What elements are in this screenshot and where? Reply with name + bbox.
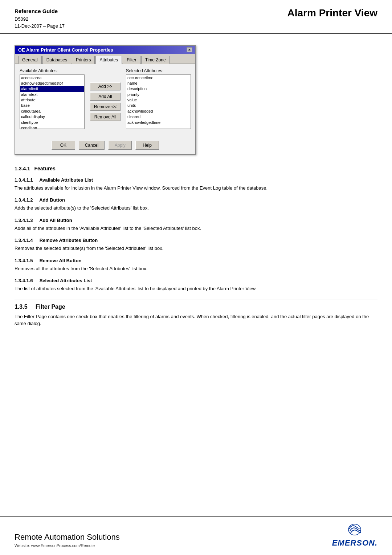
section-13414-heading: 1.3.4.1.4 Remove Attributes Button	[15, 238, 377, 243]
header-left: Reference Guide D5092 11-Dec-2007 – Page…	[15, 7, 65, 30]
section-13412-text: Adds the selected attribute(s) to the 'S…	[15, 204, 377, 212]
list-item[interactable]: occurencetime	[127, 75, 190, 81]
selected-label: Selected Attributes:	[126, 68, 191, 73]
list-item[interactable]: cleared	[127, 114, 190, 119]
company-name: Remote Automation Solutions	[15, 532, 120, 542]
list-item[interactable]: calloutarea	[20, 109, 84, 114]
remove-all-button[interactable]: Remove All	[90, 113, 121, 121]
help-button[interactable]: Help	[135, 141, 159, 150]
section-13412-heading: 1.3.4.1.2 Add Button	[15, 197, 377, 203]
tab-general[interactable]: General	[18, 56, 42, 64]
doc-number: D5092	[15, 16, 65, 23]
remove-button[interactable]: Remove <<	[90, 103, 121, 111]
tab-filter[interactable]: Filter	[123, 56, 140, 64]
add-all-button[interactable]: Add All	[90, 93, 121, 101]
section-13414-text: Removes the selected attribute(s) from t…	[15, 245, 377, 252]
tab-attributes[interactable]: Attributes	[95, 56, 122, 64]
footer-left: Remote Automation Solutions Website: www…	[15, 532, 120, 548]
available-label: Available Attributes:	[20, 68, 85, 73]
section-13413-heading: 1.3.4.1.3 Add All Button	[15, 218, 377, 223]
selected-attributes-column: Selected Attributes: occurencetime name …	[126, 68, 191, 129]
tab-timezone[interactable]: Time Zone	[141, 56, 170, 64]
list-item[interactable]: accessarea	[20, 75, 84, 81]
emerson-logo: EMERSON.	[332, 522, 377, 548]
list-item[interactable]: acknowledged	[127, 109, 190, 114]
emerson-brand: EMERSON.	[332, 538, 377, 548]
section-13415-text: Removes all the attributes from the 'Sel…	[15, 265, 377, 272]
section-135-heading: 1.3.5 Filter Page	[15, 300, 377, 310]
list-item[interactable]: units	[127, 103, 190, 108]
available-listbox[interactable]: accessarea acknowledgedtimedstof alarmli…	[20, 74, 85, 129]
section-13413-text: Adds all of the attributes in the 'Avail…	[15, 225, 377, 232]
attributes-layout: Available Attributes: accessarea acknowl…	[20, 68, 191, 129]
tab-printers[interactable]: Printers	[72, 56, 95, 64]
emerson-wave-icon	[346, 522, 364, 537]
apply-button[interactable]: Apply	[108, 141, 132, 150]
add-button[interactable]: Add >>	[90, 82, 121, 90]
list-item[interactable]: condition	[20, 125, 84, 129]
tab-databases[interactable]: Databases	[42, 56, 71, 64]
section-13416-text: The list of attributes selected from the…	[15, 285, 377, 292]
page-footer: Remote Automation Solutions Website: www…	[0, 516, 392, 555]
cancel-button[interactable]: Cancel	[79, 141, 105, 150]
section-13411-text: The attributes available for inclusion i…	[15, 185, 377, 192]
website-label: Website:	[15, 543, 30, 548]
section-13411-heading: 1.3.4.1.1 Available Attributes List	[15, 177, 377, 183]
section-13416-heading: 1.3.4.1.6 Selected Attributes List	[15, 278, 377, 283]
dialog-titlebar: OE Alarm Printer Client Control Properti…	[15, 46, 195, 54]
available-attributes-column: Available Attributes: accessarea acknowl…	[20, 68, 85, 129]
section-135: 1.3.5 Filter Page The Filter Page contai…	[15, 300, 377, 327]
dialog-footer: OK Cancel Apply Help	[15, 137, 195, 154]
list-item[interactable]: base	[20, 103, 84, 108]
list-item[interactable]: value	[127, 97, 190, 103]
section-135-text: The Filter Page contains one check box t…	[15, 313, 377, 327]
dialog-title: OE Alarm Printer Client Control Properti…	[18, 47, 113, 53]
ok-button[interactable]: OK	[52, 141, 75, 150]
list-item[interactable]: priority	[127, 92, 190, 97]
website-info: Website: www.EmersonProcess.com/Remote	[15, 543, 120, 548]
dialog-tabs: General Databases Printers Attributes Fi…	[15, 54, 195, 64]
main-content: OE Alarm Printer Client Control Properti…	[0, 34, 392, 348]
list-item[interactable]: description	[127, 86, 190, 92]
website-url: www.EmersonProcess.com/Remote	[31, 543, 95, 548]
attribute-action-buttons: Add >> Add All Remove << Remove All	[88, 68, 122, 129]
section-1341: 1.3.4.1 Features 1.3.4.1.1 Available Att…	[15, 166, 377, 292]
list-item[interactable]: acknowledgedtimedstof	[20, 81, 84, 86]
doc-title: Reference Guide	[15, 7, 65, 16]
footer-content: Remote Automation Solutions Website: www…	[15, 522, 377, 548]
doc-date-page: 11-Dec-2007 – Page 17	[15, 23, 65, 30]
dialog-window: OE Alarm Printer Client Control Properti…	[15, 45, 196, 155]
page-header: Reference Guide D5092 11-Dec-2007 – Page…	[0, 0, 392, 34]
close-button[interactable]: ×	[187, 47, 192, 52]
list-item[interactable]: name	[127, 81, 190, 86]
list-item[interactable]: alarmtext	[20, 92, 84, 97]
list-item[interactable]: clienttype	[20, 120, 84, 125]
section-13415-heading: 1.3.4.1.5 Remove All Button	[15, 258, 377, 263]
list-item[interactable]: alarmlimit	[20, 86, 84, 92]
dialog-body: Available Attributes: accessarea acknowl…	[15, 64, 195, 137]
selected-listbox[interactable]: occurencetime name description priority …	[126, 74, 191, 129]
list-item[interactable]: acknowledgedtime	[127, 120, 190, 125]
list-item[interactable]: calloutdisplay	[20, 114, 84, 119]
list-item[interactable]: attribute	[20, 97, 84, 103]
section-1341-heading: 1.3.4.1 Features	[15, 166, 377, 171]
page-heading: Alarm Printer View	[287, 7, 377, 19]
